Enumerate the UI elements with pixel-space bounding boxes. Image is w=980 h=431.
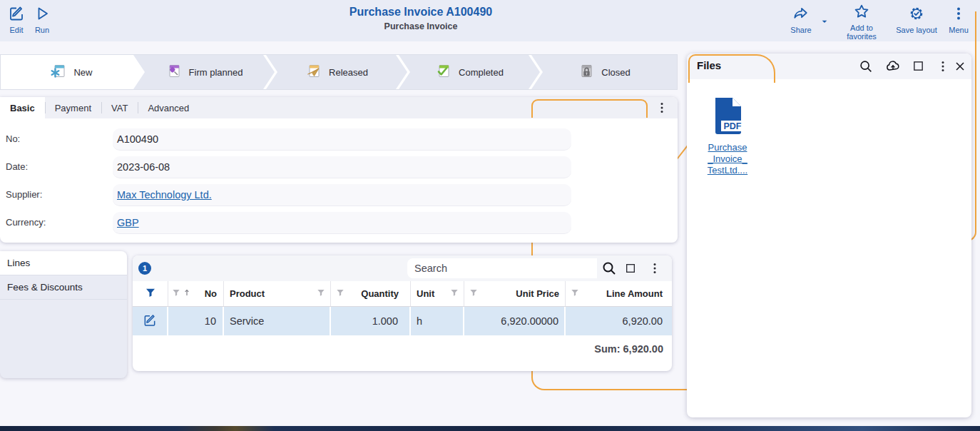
tab-advanced[interactable]: Advanced xyxy=(138,97,199,118)
gear-check-icon xyxy=(908,5,925,25)
supplier-link[interactable]: Max Technology Ltd. xyxy=(117,189,212,201)
row-count-badge: 1 xyxy=(138,262,151,275)
file-name-link[interactable]: Purchase _Invoice_ TestLtd.... xyxy=(695,142,760,176)
search-icon xyxy=(601,267,618,279)
invoice-form-card: Basic Payment VAT Advanced No: A100490 D… xyxy=(0,97,678,243)
add-to-favorites-button[interactable]: Add to favorites xyxy=(842,3,882,41)
window-button[interactable] xyxy=(625,263,636,277)
menu-dots-icon xyxy=(655,105,669,117)
menu-label: Menu xyxy=(949,26,969,34)
search-input[interactable] xyxy=(407,258,597,278)
lines-nav-card: Lines Fees & Discounts xyxy=(0,251,127,378)
stage-closed[interactable]: Closed xyxy=(531,55,677,89)
field-row-date: Date: 2023-06-08 xyxy=(0,156,678,178)
column-unit[interactable]: Unit xyxy=(411,281,464,306)
lines-nav-item-fees-discounts[interactable]: Fees & Discounts xyxy=(0,275,127,300)
search-button[interactable] xyxy=(601,260,618,280)
header-filter-cell[interactable] xyxy=(133,281,168,306)
field-label: No: xyxy=(6,133,20,144)
stage-label: Closed xyxy=(601,67,630,78)
sum-value: Sum: 6,920.00 xyxy=(594,343,663,355)
column-filter-icon[interactable] xyxy=(335,288,345,300)
field-value-text: 2023-06-08 xyxy=(117,161,170,173)
closed-stage-icon xyxy=(578,63,595,82)
tab-basic[interactable]: Basic xyxy=(0,97,45,118)
files-upload-button[interactable] xyxy=(884,59,902,77)
column-filter-icon[interactable] xyxy=(570,288,580,300)
run-icon xyxy=(34,5,51,25)
column-filter-icon[interactable] xyxy=(171,288,181,300)
files-close-button[interactable] xyxy=(953,59,967,76)
form-more-menu[interactable] xyxy=(655,101,669,118)
share-button[interactable]: Share xyxy=(785,5,817,34)
column-label: Unit Price xyxy=(516,288,559,299)
row-edit-cell[interactable] xyxy=(133,307,168,335)
stage-released[interactable]: Released xyxy=(266,55,407,89)
date-field[interactable]: 2023-06-08 xyxy=(113,156,571,178)
cell-product: Service xyxy=(224,307,331,335)
menu-dots-icon xyxy=(950,5,967,25)
column-filter-icon[interactable] xyxy=(449,288,459,300)
file-name-line: _Invoice_ xyxy=(695,153,760,165)
file-item-pdf[interactable]: PDF Purchase _Invoice_ TestLtd.... xyxy=(695,96,760,176)
edit-button[interactable]: Edit xyxy=(6,5,27,34)
menu-dots-icon xyxy=(648,265,662,278)
cell-unit-price: 6,920.00000 xyxy=(464,307,566,335)
files-panel: Files PDF xyxy=(687,54,971,417)
share-icon xyxy=(792,5,810,25)
stage-completed[interactable]: Completed xyxy=(399,55,540,89)
stage-new[interactable]: New xyxy=(1,55,142,89)
column-unit-price[interactable]: Unit Price xyxy=(464,281,566,306)
sort-up-icon xyxy=(182,288,192,300)
star-icon xyxy=(853,3,870,23)
column-line-amount[interactable]: Line Amount xyxy=(566,281,667,306)
table-row[interactable]: 10 Service 1.000 h 6,920.00000 6,920.00 xyxy=(133,307,672,335)
column-label: Product xyxy=(230,288,265,299)
no-field[interactable]: A100490 xyxy=(113,128,571,151)
form-tab-strip: Basic Payment VAT Advanced xyxy=(0,97,678,118)
run-button[interactable]: Run xyxy=(31,5,53,34)
table-toolbar: 1 xyxy=(133,255,672,281)
window-icon xyxy=(912,62,924,74)
column-no[interactable]: No xyxy=(168,281,224,306)
column-filter-icon[interactable] xyxy=(469,288,479,300)
field-label: Currency: xyxy=(6,217,46,228)
files-panel-header: Files xyxy=(687,54,971,79)
pdf-file-icon: PDF xyxy=(711,125,744,137)
workflow-stage-bar: New Firm planned Released Completed Clos… xyxy=(0,54,678,90)
lines-nav-item-lines[interactable]: Lines xyxy=(0,251,127,275)
cell-no: 10 xyxy=(168,307,224,335)
tab-label: Basic xyxy=(10,103,35,113)
column-quantity[interactable]: Quantity xyxy=(331,281,411,306)
currency-link[interactable]: GBP xyxy=(117,217,139,228)
save-layout-label: Save layout xyxy=(896,26,936,34)
stage-firm-planned[interactable]: Firm planned xyxy=(133,55,275,89)
files-search-button[interactable] xyxy=(858,59,874,77)
tab-vat[interactable]: VAT xyxy=(101,97,138,118)
files-more-menu[interactable] xyxy=(936,59,950,76)
lines-nav-label: Fees & Discounts xyxy=(7,282,83,293)
table-more-menu[interactable] xyxy=(648,261,662,278)
chevron-down-icon xyxy=(819,17,830,29)
menu-button[interactable]: Menu xyxy=(946,5,971,34)
column-label: Unit xyxy=(417,288,434,299)
stage-label: New xyxy=(73,67,92,78)
tab-payment[interactable]: Payment xyxy=(45,97,101,118)
save-layout-button[interactable]: Save layout xyxy=(893,5,940,34)
column-label: Quantity xyxy=(361,288,399,299)
taskbar-edge-strip xyxy=(0,426,980,431)
files-window-button[interactable] xyxy=(912,60,924,75)
field-row-no: No: A100490 xyxy=(0,128,678,151)
tab-label: VAT xyxy=(111,103,128,113)
tab-label: Advanced xyxy=(148,103,189,113)
menu-dots-icon xyxy=(936,64,950,76)
column-product[interactable]: Product xyxy=(224,281,331,306)
cell-line-amount: 6,920.00 xyxy=(566,307,667,335)
column-label: Line Amount xyxy=(606,288,663,299)
stage-label: Firm planned xyxy=(189,67,243,78)
column-filter-icon[interactable] xyxy=(316,288,326,300)
close-icon xyxy=(953,64,967,76)
share-dropdown-caret[interactable] xyxy=(819,16,830,30)
field-row-supplier: Supplier: Max Technology Ltd. xyxy=(0,184,678,206)
filter-funnel-icon xyxy=(144,286,157,301)
